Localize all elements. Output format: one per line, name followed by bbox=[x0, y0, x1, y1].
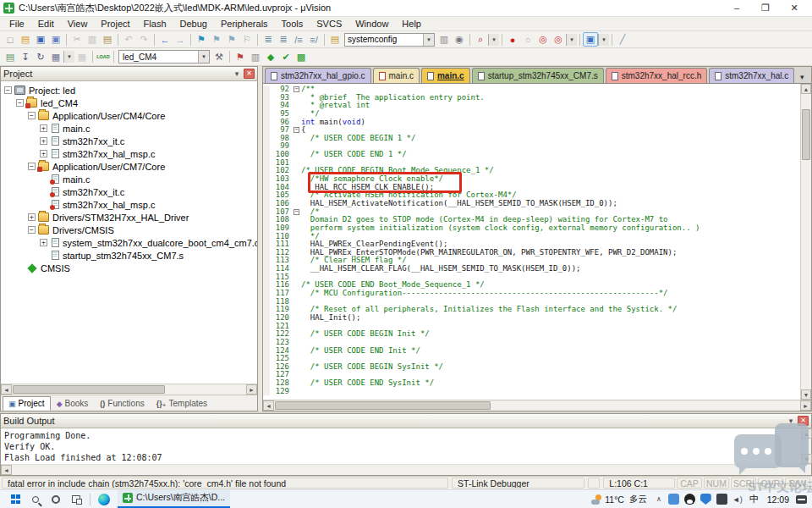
breakpoint-margin[interactable] bbox=[263, 119, 270, 127]
fold-margin[interactable]: − bbox=[292, 126, 301, 135]
uncomment-icon[interactable]: ≡/ bbox=[306, 32, 321, 47]
volume-icon[interactable]: ◄) bbox=[732, 495, 743, 504]
breakpoint-margin[interactable] bbox=[263, 371, 270, 379]
breakpoint-margin[interactable] bbox=[263, 240, 270, 249]
bookmark-clear-icon[interactable]: ⚐ bbox=[239, 32, 255, 47]
breakpoint-margin[interactable] bbox=[263, 339, 270, 347]
breakpoint-margin[interactable] bbox=[263, 388, 270, 396]
tree-expander-icon[interactable]: + bbox=[28, 213, 36, 221]
menu-project[interactable]: Project bbox=[94, 17, 136, 30]
panel-tab-templates[interactable]: {}₊Templates bbox=[151, 396, 213, 411]
bookmark-toggle-icon[interactable]: ⚑ bbox=[194, 32, 209, 47]
configure-wrench-icon[interactable]: ╱ bbox=[615, 32, 630, 47]
navigate-forward-icon[interactable]: → bbox=[173, 32, 188, 47]
breakpoint-margin[interactable] bbox=[263, 175, 270, 184]
books-icon[interactable]: ▥ bbox=[436, 32, 452, 47]
tree-expander-icon[interactable]: + bbox=[40, 124, 47, 132]
breakpoint-margin[interactable] bbox=[263, 265, 270, 273]
editor-tab[interactable]: stm32h7xx_hal_rcc.h bbox=[606, 68, 708, 83]
taskbar-clock[interactable]: 12:09 bbox=[767, 494, 789, 505]
scroll-left-icon[interactable]: ◄ bbox=[1, 465, 12, 475]
pin-icon[interactable]: ▾ bbox=[232, 69, 242, 79]
save-icon[interactable]: ▣ bbox=[33, 32, 48, 47]
tree-item[interactable]: −Project: led bbox=[1, 84, 257, 97]
tree-expander-icon[interactable]: − bbox=[28, 163, 36, 170]
editor-vscrollbar[interactable]: ▲ ▼ bbox=[800, 84, 811, 400]
editor-tab[interactable]: main.c bbox=[421, 68, 470, 83]
task-view-button[interactable] bbox=[66, 490, 86, 508]
build-output-text[interactable]: Programming Done.Verify OK.Flash Load fi… bbox=[1, 428, 801, 464]
breakpoint-kill-all-icon[interactable]: ◎ bbox=[551, 32, 566, 47]
save-all-icon[interactable]: ▣ bbox=[48, 32, 63, 47]
tree-item[interactable]: −Application/User/CM4/Core bbox=[1, 109, 257, 122]
navigate-back-icon[interactable]: ← bbox=[157, 32, 173, 47]
start-button[interactable] bbox=[5, 490, 25, 508]
tree-expander-icon[interactable]: + bbox=[40, 239, 47, 246]
tree-expander-icon[interactable]: − bbox=[28, 226, 36, 234]
tree-item[interactable]: CMSIS bbox=[1, 262, 257, 274]
maximize-button[interactable]: ❐ bbox=[751, 1, 780, 16]
tree-item[interactable]: +main.c bbox=[1, 122, 257, 135]
menu-file[interactable]: File bbox=[3, 17, 31, 30]
ime-indicator[interactable]: 中 bbox=[749, 493, 759, 505]
menu-peripherals[interactable]: Peripherals bbox=[214, 17, 275, 30]
tray-app-icon[interactable] bbox=[668, 494, 679, 505]
breakpoint-margin[interactable] bbox=[263, 191, 270, 200]
search-dropdown-icon[interactable]: ▾ bbox=[423, 34, 434, 46]
tree-item[interactable]: stm32h7xx_it.c bbox=[1, 185, 257, 198]
editor-tab[interactable]: stm32h7xx_hal.c bbox=[709, 68, 794, 83]
manage-rte-icon[interactable]: ◆ bbox=[263, 50, 278, 64]
breakpoint-margin[interactable] bbox=[263, 298, 270, 306]
breakpoint-margin[interactable] bbox=[263, 184, 270, 192]
tree-expander-icon[interactable]: − bbox=[4, 86, 12, 94]
dropdown-arrow-icon[interactable]: ▾ bbox=[63, 51, 74, 63]
unindent-icon[interactable]: ≣ bbox=[261, 32, 276, 47]
capture-app-icon[interactable] bbox=[716, 494, 727, 505]
scroll-left-icon[interactable]: ◄ bbox=[1, 384, 12, 395]
translate-icon[interactable]: ▤ bbox=[3, 50, 18, 64]
breakpoint-margin[interactable] bbox=[263, 290, 270, 298]
breakpoint-margin[interactable] bbox=[263, 110, 270, 119]
tree-item[interactable]: +stm32h7xx_it.c bbox=[1, 135, 257, 147]
tree-item[interactable]: stm32h7xx_hal_msp.c bbox=[1, 198, 257, 211]
tree-item[interactable]: main.c bbox=[1, 173, 257, 185]
taskbar-search-button[interactable] bbox=[25, 490, 46, 508]
panel-tab-functions[interactable]: ()Functions bbox=[94, 396, 150, 411]
breakpoint-margin[interactable] bbox=[263, 314, 270, 323]
breakpoint-toggle-icon[interactable]: ● bbox=[505, 32, 520, 47]
scroll-thumb[interactable] bbox=[802, 109, 810, 160]
uvision-task-button[interactable]: C:\Users\南宫皓杰\D... bbox=[118, 490, 230, 508]
target-selector[interactable]: led_CM4▾ bbox=[118, 50, 210, 64]
new-file-icon[interactable]: □ bbox=[3, 32, 18, 47]
bookmark-next-icon[interactable]: ⚑ bbox=[224, 32, 239, 47]
menu-edit[interactable]: Edit bbox=[31, 17, 61, 30]
tree-expander-icon[interactable]: + bbox=[40, 137, 47, 145]
copy-icon[interactable]: ▥ bbox=[85, 32, 100, 47]
pack-installer-icon[interactable]: ▩ bbox=[294, 50, 309, 64]
find-in-files-icon[interactable]: ▤ bbox=[327, 32, 343, 47]
build-output-close-icon[interactable]: ✕ bbox=[798, 416, 809, 426]
editor-tab[interactable]: startup_stm32h745xx_CM7.s bbox=[472, 68, 604, 83]
breakpoint-margin[interactable] bbox=[263, 200, 270, 208]
build-icon[interactable]: ↧ bbox=[18, 50, 33, 64]
breakpoint-margin[interactable] bbox=[263, 257, 270, 265]
debug-windows-icon[interactable]: ▣ bbox=[583, 32, 598, 47]
tray-expand-chevron-icon[interactable]: ∧ bbox=[656, 495, 661, 503]
build-output-vscrollbar[interactable]: ▲ ▼ bbox=[801, 428, 811, 464]
breakpoint-margin[interactable] bbox=[263, 167, 270, 175]
paste-icon[interactable]: ▤ bbox=[100, 32, 115, 47]
tree-item[interactable]: −Drivers/CMSIS bbox=[1, 224, 257, 236]
breakpoint-disable-all-icon[interactable]: ◎ bbox=[535, 32, 551, 47]
breakpoint-margin[interactable] bbox=[263, 94, 270, 102]
notification-center-icon[interactable] bbox=[796, 495, 807, 504]
books-window-icon[interactable]: ▥ bbox=[248, 50, 263, 64]
breakpoint-margin[interactable] bbox=[263, 224, 270, 233]
menu-flash[interactable]: Flash bbox=[137, 17, 173, 30]
bookmark-prev-icon[interactable]: ⚑ bbox=[209, 32, 224, 47]
select-packs-icon[interactable]: ✔ bbox=[278, 50, 294, 64]
qq-icon[interactable] bbox=[684, 494, 695, 505]
redo-icon[interactable]: ↷ bbox=[136, 32, 151, 47]
search-input[interactable] bbox=[345, 34, 423, 46]
breakpoint-margin[interactable] bbox=[263, 379, 270, 388]
breakpoint-margin[interactable] bbox=[263, 363, 270, 372]
